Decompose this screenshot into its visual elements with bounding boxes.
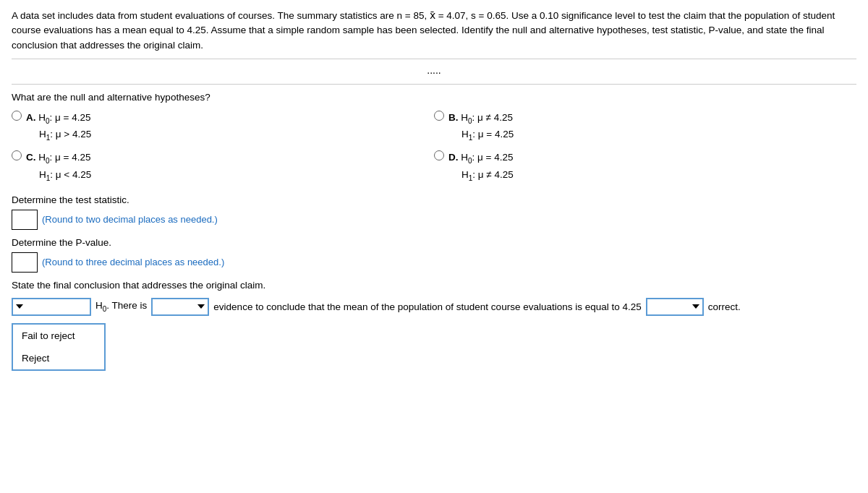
conclusion-row: Fail to reject Reject H0. There is suffi…	[12, 298, 856, 316]
conclusion-label: State the final conclusion that addresse…	[12, 280, 856, 291]
option-d[interactable]: D. H0: μ = 4.25 H1: μ ≠ 4.25	[434, 148, 856, 185]
option-a-letter: A.	[26, 112, 36, 123]
option-b-letter: B.	[448, 112, 459, 123]
h0-label: H0. There is	[95, 300, 147, 313]
radio-a[interactable]	[12, 111, 22, 121]
radio-d[interactable]	[434, 150, 444, 160]
dropdown3-wrapper[interactable]: not	[646, 298, 704, 316]
p-value-input[interactable]	[12, 252, 38, 273]
dropdown3-value	[650, 301, 689, 312]
top-divider	[12, 84, 856, 85]
question1-label: What are the null and alternative hypoth…	[12, 92, 856, 103]
dropdown2-arrow	[197, 304, 205, 309]
dots-separator: ·····	[12, 67, 856, 78]
conclusion-middle-text: evidence to conclude that the mean of th…	[213, 301, 641, 312]
option-b-h1: H1: μ = 4.25	[448, 127, 514, 144]
dropdown1-value	[26, 301, 87, 312]
intro-paragraph: A data set includes data from student ev…	[12, 9, 856, 59]
p-value-label: Determine the P-value.	[12, 237, 856, 248]
p-value-row: (Round to three decimal places as needed…	[12, 252, 856, 273]
hypotheses-grid: A. H0: μ = 4.25 H1: μ > 4.25 B. H0: μ ≠ …	[12, 108, 856, 186]
conclusion-suffix-text: correct.	[708, 301, 741, 312]
dropdown1[interactable]	[12, 298, 91, 316]
test-statistic-hint: (Round to two decimal places as needed.)	[42, 214, 218, 225]
option-d-h1: H1: μ ≠ 4.25	[448, 167, 514, 184]
p-value-hint: (Round to three decimal places as needed…	[42, 257, 224, 267]
open-dropdown-display: Fail to reject Reject	[12, 323, 856, 371]
dropdown1-wrapper[interactable]: Fail to reject Reject	[12, 298, 91, 316]
dropdown2-value	[156, 301, 195, 312]
test-statistic-input[interactable]	[12, 210, 38, 230]
option-c-h1: H1: μ < 4.25	[26, 167, 91, 184]
option-a-h1: H1: μ > 4.25	[26, 127, 91, 144]
option-d-letter: D.	[448, 152, 459, 163]
test-statistic-row: (Round to two decimal places as needed.)	[12, 210, 856, 230]
dropdown3-arrow	[692, 304, 699, 309]
radio-b[interactable]	[434, 111, 444, 121]
open-menu-reject[interactable]: Reject	[13, 347, 104, 369]
option-c[interactable]: C. H0: μ = 4.25 H1: μ < 4.25	[12, 148, 434, 185]
option-d-content: D. H0: μ = 4.25 H1: μ ≠ 4.25	[448, 150, 514, 184]
dropdown2-wrapper[interactable]: sufficient insufficient	[151, 298, 209, 316]
open-menu-fail[interactable]: Fail to reject	[13, 325, 104, 347]
option-a-content: A. H0: μ = 4.25 H1: μ > 4.25	[26, 110, 91, 144]
option-b[interactable]: B. H0: μ ≠ 4.25 H1: μ = 4.25	[434, 108, 856, 145]
dropdown2[interactable]	[151, 298, 209, 316]
radio-c[interactable]	[12, 150, 22, 160]
option-a[interactable]: A. H0: μ = 4.25 H1: μ > 4.25	[12, 108, 434, 145]
dropdown3[interactable]	[646, 298, 704, 316]
option-b-content: B. H0: μ ≠ 4.25 H1: μ = 4.25	[448, 110, 514, 144]
open-menu-box: Fail to reject Reject	[12, 323, 106, 371]
option-c-content: C. H0: μ = 4.25 H1: μ < 4.25	[26, 150, 91, 184]
dropdown1-arrow	[16, 304, 23, 309]
test-statistic-label: Determine the test statistic.	[12, 194, 856, 205]
option-c-letter: C.	[26, 152, 36, 163]
